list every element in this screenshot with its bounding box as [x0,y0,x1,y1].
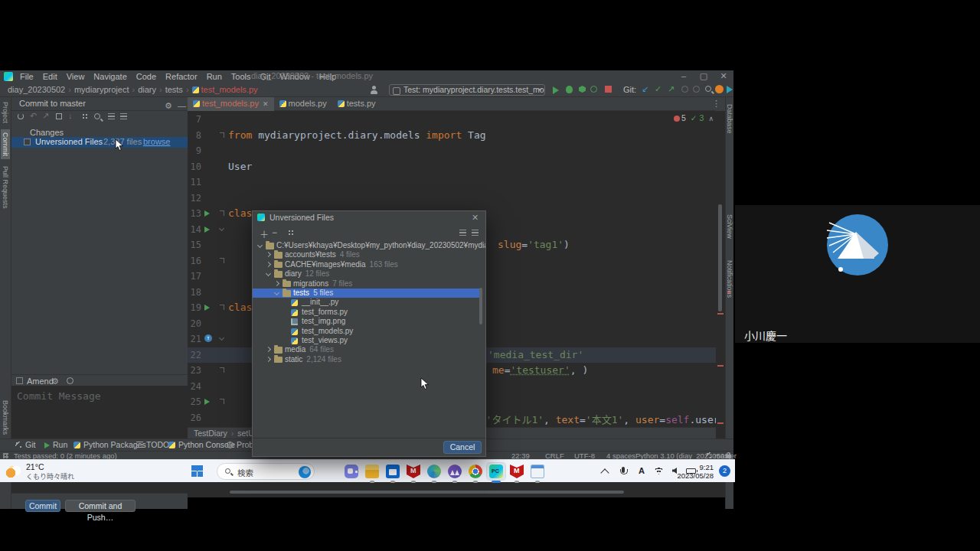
sidebar-item-bookmarks[interactable]: Bookmarks [1,397,10,438]
profile-avatar-icon[interactable] [715,85,724,93]
run-configuration-select[interactable]: Test: mydiaryproject.diary.tests.test_mo… [389,84,545,96]
taskbar-icon-task-view[interactable] [322,463,340,480]
tree-row-test_forms.py[interactable]: test_forms.py [253,308,481,317]
code-line-10[interactable]: 10User [188,159,716,175]
ime-mode-indicator[interactable]: A [639,466,645,475]
unversioned-files-row[interactable]: Unversioned Files 2,387 files browse [11,137,188,148]
scrollbar-thumb[interactable] [718,204,722,311]
tree-row-mydiaryproject[interactable]: C:¥Users¥khaya¥Desktop¥my_python¥diay_20… [253,241,481,250]
history-icon[interactable] [693,86,700,93]
fold-marker-icon[interactable] [220,132,224,138]
run-test-icon[interactable] [204,227,210,233]
menu-item-code[interactable]: Code [132,70,161,83]
git-push-icon[interactable]: ↗ [668,84,675,94]
breadcrumb-item[interactable]: diary [138,85,156,94]
minimize-button[interactable]: – [678,71,689,82]
clock[interactable]: 9:21 2023/05/28 [677,463,714,480]
fold-marker-icon[interactable] [220,399,224,404]
undo-icon[interactable]: ↶ [30,111,37,121]
menu-item-edit[interactable]: Edit [38,70,62,83]
code-with-me-icon[interactable] [727,86,733,93]
sidebar-item-sciview[interactable]: SciView [726,212,733,241]
tab-options-icon[interactable]: ⋮ [712,99,720,109]
taskbar-icon-chrome[interactable] [466,463,485,480]
rollback-icon[interactable] [681,86,688,93]
redo-icon[interactable]: ↗ [42,111,49,121]
expand-all-icon[interactable] [108,113,115,119]
git-update-icon[interactable]: ↙ [642,84,648,94]
tree-row-tests[interactable]: accounts¥tests4 files [253,250,481,259]
tree-row-tests[interactable]: tests5 files [253,289,481,298]
menu-item-run[interactable]: Run [202,70,227,83]
group-by-icon[interactable] [82,113,88,119]
tree-row-test_models.py[interactable]: test_models.py [253,327,481,336]
breadcrumb-item[interactable]: diay_20230502 [8,85,65,94]
stop-button[interactable] [605,86,612,93]
search-everywhere-icon[interactable] [705,86,711,92]
taskbar-icon-chat[interactable] [342,463,361,480]
run-test-icon[interactable] [204,399,210,405]
commit-button[interactable]: Commit [25,500,60,512]
fold-marker-icon[interactable] [220,258,224,263]
collapse-all-icon[interactable] [120,113,127,119]
chevron-expanded-icon[interactable] [257,243,263,248]
profiler-button[interactable] [590,86,597,93]
chevron-collapsed-icon[interactable] [266,347,271,352]
taskbar-icon-explorer[interactable] [363,463,381,480]
tab-test_models-py[interactable]: test_models.py✕ [188,97,274,111]
sidebar-item-pull-requests[interactable]: Pull Requests [1,163,10,212]
taskbar-icon-mcafee2[interactable] [508,463,526,480]
code-line-7[interactable]: 7 [188,112,716,128]
code-line-8[interactable]: 8from mydiaryproject.diary.models import… [188,128,716,144]
tree-row-__init__.py[interactable]: __init__.py [253,298,481,307]
chevron-collapsed-icon[interactable] [266,357,271,362]
horizontal-scrollbar[interactable] [230,491,624,494]
dialog-title-bar[interactable]: Unversioned Files [253,211,485,224]
chevron-expanded-icon[interactable] [266,271,271,276]
prev-chevron-icon[interactable]: ∧ [708,115,714,122]
tree-row-test_img.png[interactable]: test_img.png [253,317,481,326]
history-icon[interactable] [67,377,74,384]
remove-icon[interactable]: − [272,227,277,238]
coverage-button[interactable] [579,86,586,93]
menu-item-refactor[interactable]: Refactor [161,70,202,83]
fold-marker-icon[interactable] [220,305,224,310]
tree-row-diary[interactable]: diary12 files [253,269,481,279]
cancel-button[interactable]: Cancel [443,441,482,454]
run-test-icon[interactable] [204,305,210,311]
override-gutter-icon[interactable]: ↑ [204,334,212,342]
close-button[interactable]: ✕ [718,71,729,82]
checkbox[interactable] [24,139,31,145]
sidebar-item-database[interactable]: Database [726,102,733,136]
taskbar-icon-notes[interactable] [528,463,547,480]
taskbar-icon-pycharm[interactable] [487,463,505,480]
close-tab-icon[interactable]: ✕ [263,100,269,108]
filter-icon[interactable] [94,113,100,119]
maximize-button[interactable]: ▢ [698,71,709,82]
breadcrumb-item[interactable]: test_models.py [201,85,258,94]
fold-marker-icon[interactable] [219,335,224,341]
add-icon[interactable]: ＋ [260,227,269,240]
tree-row-media[interactable]: media64 files [253,345,481,354]
commit-and-push-button[interactable]: Commit and Push… [65,500,136,512]
git-commit-check-icon[interactable]: ✓ [655,84,662,94]
group-by-icon[interactable] [288,230,294,236]
volume-icon[interactable] [672,468,677,474]
dialog-close-icon[interactable]: ✕ [472,213,479,223]
fold-marker-icon[interactable] [219,225,224,230]
refresh-icon[interactable] [18,113,24,119]
code-line-12[interactable]: 12 [188,191,716,207]
editor-breadcrumb-item[interactable]: TestDiary [194,429,227,438]
changes-group-label[interactable]: Changes [30,128,64,137]
wifi-icon[interactable] [654,467,664,474]
menu-item-navigate[interactable]: Navigate [89,70,131,83]
start-button[interactable] [191,465,203,477]
tree-row-static[interactable]: static2,124 files [253,355,481,364]
toolwindow-button-todo[interactable]: TODO [136,439,169,452]
tree-row-media[interactable]: CACHE¥images¥media163 files [253,260,481,269]
tool-window-switcher-icon[interactable] [3,453,8,458]
taskbar-icon-store[interactable] [384,463,402,480]
breadcrumb-item[interactable]: tests [165,85,183,94]
sidebar-item-notifications[interactable]: Notifications [726,258,733,300]
download-icon[interactable]: ↓ [68,111,73,120]
